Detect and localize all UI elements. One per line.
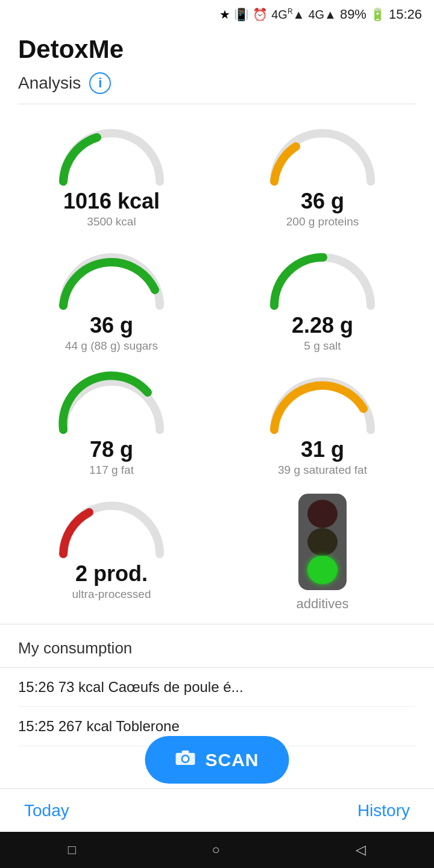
consumption-item-0[interactable]: 15:26 73 kcal Caœufs de poule é... [18,668,416,707]
gauge-proteins-arc [262,121,383,193]
signal-4g2-icon: 4G▲ [308,8,336,22]
gauge-saturated-fat-value: 31 g [301,437,344,462]
gauge-fat-arc [51,370,172,442]
gauge-ultra-processed-label: ultra-processed [72,588,151,601]
alarm-icon: ⏰ [253,7,268,22]
android-nav-bar: □ ○ ◁ [0,832,434,868]
app-title: DetoxMe [18,35,416,64]
traffic-light-red [307,500,338,528]
analysis-row: Analysis i [18,72,416,104]
gauge-saturated-fat-label: 39 g saturated fat [278,464,367,477]
gauge-ultra-processed-arc [51,494,172,566]
gauge-sugars-value: 36 g [90,313,133,338]
android-home-icon[interactable]: ○ [212,842,220,858]
gauge-calories-arc [51,121,172,193]
camera-svg [175,749,195,766]
gauge-calories-value: 1016 kcal [63,189,160,214]
bottom-nav: Today History [0,788,434,832]
gauge-saturated-fat-arc [262,370,383,442]
gauge-saturated-fat: 31 g 39 g saturated fat [217,359,428,483]
traffic-light-label: additives [297,596,349,612]
time-display: 15:26 [389,7,422,22]
gauge-salt-label: 5 g salt [304,339,341,353]
svg-point-2 [183,756,188,762]
traffic-light-green [307,556,338,584]
scan-label: SCAN [205,750,259,770]
traffic-light-cell: additives [217,483,428,618]
consumption-list: 15:26 73 kcal Caœufs de poule é... 15:25… [0,668,434,746]
gauge-calories-label: 3500 kcal [87,215,136,228]
gauge-salt-arc [262,245,383,318]
bluetooth-icon: ★ [219,7,230,22]
battery-icon: 🔋 [370,7,385,22]
gauge-ultra-processed: 2 prod. ultra-processed [6,483,217,618]
traffic-light [298,494,347,590]
scan-button[interactable]: SCAN [145,736,289,784]
vibrate-icon: 📳 [234,7,249,22]
gauge-sugars-label: 44 g (88 g) sugars [65,339,158,353]
status-icons: ★ 📳 ⏰ 4GR▲ 4G▲ 89% 🔋 15:26 [219,7,422,22]
gauge-calories: 1016 kcal 3500 kcal [6,110,217,234]
status-bar: ★ 📳 ⏰ 4GR▲ 4G▲ 89% 🔋 15:26 [0,0,434,29]
gauge-fat-label: 117 g fat [89,464,134,477]
scan-button-wrapper: SCAN [145,736,289,784]
app-header: DetoxMe Analysis i [0,29,434,104]
gauge-fat: 78 g 117 g fat [6,359,217,483]
today-link[interactable]: Today [24,801,69,820]
traffic-light-yellow [307,528,338,556]
section-title-consumption: My consumption [0,624,434,667]
gauge-sugars-arc [51,245,172,318]
gauge-proteins-value: 36 g [301,189,344,214]
android-back-icon[interactable]: ◁ [356,842,366,858]
gauge-proteins: 36 g 200 g proteins [217,110,428,234]
info-button[interactable]: i [89,72,111,94]
gauge-ultra-processed-value: 2 prod. [75,561,148,587]
gauge-sugars: 36 g 44 g (88 g) sugars [6,234,217,359]
gauges-grid: 1016 kcal 3500 kcal 36 g 200 g proteins … [0,104,434,624]
gauge-fat-value: 78 g [90,437,133,462]
android-square-icon[interactable]: □ [68,842,76,858]
gauge-salt-value: 2.28 g [292,313,353,338]
analysis-label: Analysis [18,74,81,93]
gauge-salt: 2.28 g 5 g salt [217,234,428,359]
battery-text: 89% [340,7,366,22]
svg-rect-3 [181,750,189,753]
signal-4g-icon: 4GR▲ [271,7,304,22]
history-link[interactable]: History [357,801,410,820]
camera-icon [175,749,195,770]
gauge-proteins-label: 200 g proteins [286,215,359,228]
